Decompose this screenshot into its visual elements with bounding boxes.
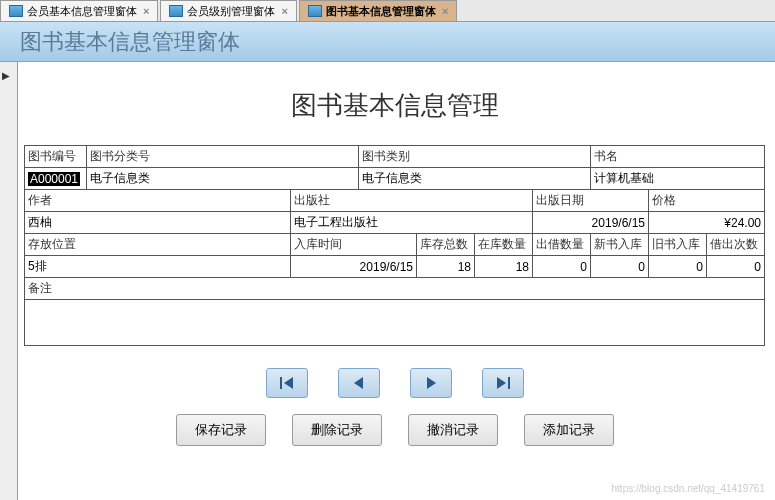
form-header: 图书基本信息管理窗体 [0,22,775,62]
last-record-button[interactable] [482,368,524,398]
svg-marker-3 [427,377,436,389]
svg-marker-4 [497,377,506,389]
label-author: 作者 [25,190,291,212]
record-marker-icon: ▶ [2,70,10,81]
form-icon [169,5,183,17]
data-grid: 图书编号 图书分类号 图书类别 书名 A000001 电子信息类 电子信息类 计… [24,145,765,346]
record-selector[interactable]: ▶ [0,62,18,500]
tab-member-info[interactable]: 会员基本信息管理窗体 × [0,0,158,21]
label-old-in: 旧书入库 [649,234,707,256]
label-category-no: 图书分类号 [87,146,359,168]
field-total-stock[interactable]: 18 [417,256,475,278]
tab-bar: 会员基本信息管理窗体 × 会员级别管理窗体 × 图书基本信息管理窗体 × [0,0,775,22]
label-location: 存放位置 [25,234,291,256]
prev-record-button[interactable] [338,368,380,398]
delete-button[interactable]: 删除记录 [292,414,382,446]
label-lent-qty: 出借数量 [533,234,591,256]
field-book-name[interactable]: 计算机基础 [591,168,765,190]
nav-button-row [24,368,765,398]
label-in-stock: 在库数量 [475,234,533,256]
svg-rect-0 [280,377,282,389]
prev-icon [351,376,367,390]
svg-marker-1 [284,377,293,389]
cancel-button[interactable]: 撤消记录 [408,414,498,446]
last-icon [495,376,511,390]
form-icon [9,5,23,17]
label-in-time: 入库时间 [291,234,417,256]
next-icon [423,376,439,390]
label-book-id: 图书编号 [25,146,87,168]
watermark: https://blog.csdn.net/qq_41419761 [612,483,765,494]
tab-label: 图书基本信息管理窗体 [326,4,436,19]
save-button[interactable]: 保存记录 [176,414,266,446]
add-button[interactable]: 添加记录 [524,414,614,446]
header-title: 图书基本信息管理窗体 [20,27,240,57]
tab-member-level[interactable]: 会员级别管理窗体 × [160,0,296,21]
field-category[interactable]: 电子信息类 [359,168,591,190]
field-price[interactable]: ¥24.00 [649,212,765,234]
label-publisher: 出版社 [291,190,533,212]
first-icon [279,376,295,390]
close-icon[interactable]: × [281,5,287,17]
field-location[interactable]: 5排 [25,256,291,278]
label-category: 图书类别 [359,146,591,168]
first-record-button[interactable] [266,368,308,398]
next-record-button[interactable] [410,368,452,398]
svg-rect-5 [508,377,510,389]
label-total-stock: 库存总数 [417,234,475,256]
form-icon [308,5,322,17]
label-memo: 备注 [25,278,765,300]
tab-label: 会员级别管理窗体 [187,4,275,19]
field-old-in[interactable]: 0 [649,256,707,278]
field-pub-date[interactable]: 2019/6/15 [533,212,649,234]
field-memo[interactable] [25,300,765,346]
field-publisher[interactable]: 电子工程出版社 [291,212,533,234]
tab-label: 会员基本信息管理窗体 [27,4,137,19]
field-lend-times[interactable]: 0 [707,256,765,278]
field-new-in[interactable]: 0 [591,256,649,278]
field-author[interactable]: 西柚 [25,212,291,234]
label-book-name: 书名 [591,146,765,168]
label-pub-date: 出版日期 [533,190,649,212]
field-book-id[interactable]: A000001 [25,168,87,190]
label-new-in: 新书入库 [591,234,649,256]
label-lend-times: 借出次数 [707,234,765,256]
close-icon[interactable]: × [143,5,149,17]
field-in-stock[interactable]: 18 [475,256,533,278]
field-category-no[interactable]: 电子信息类 [87,168,359,190]
action-button-row: 保存记录 删除记录 撤消记录 添加记录 [24,414,765,446]
page-title: 图书基本信息管理 [24,88,765,123]
field-in-time[interactable]: 2019/6/15 [291,256,417,278]
svg-marker-2 [354,377,363,389]
field-lent-qty[interactable]: 0 [533,256,591,278]
form-body: 图书基本信息管理 图书编号 图书分类号 图书类别 书名 A000001 电子信息… [18,62,775,500]
close-icon[interactable]: × [442,5,448,17]
label-price: 价格 [649,190,765,212]
tab-book-info[interactable]: 图书基本信息管理窗体 × [299,0,457,21]
